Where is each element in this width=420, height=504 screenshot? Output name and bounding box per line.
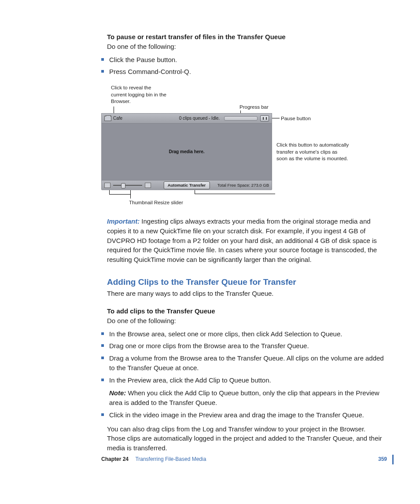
- lead-block: To pause or restart transfer of files in…: [107, 32, 385, 52]
- add-clips-list: In the Browse area, select one or more c…: [101, 329, 385, 420]
- list-item: Click the Pause button.: [101, 55, 385, 65]
- drop-hint-text: Drag media here.: [169, 149, 204, 155]
- pause-options-list: Click the Pause button. Press Command-Co…: [101, 55, 385, 77]
- footer-bar: [392, 455, 394, 464]
- callout-progress-bar: Progress bar: [239, 104, 269, 111]
- callout-reveal-bin: Click to reveal the current logging bin …: [111, 85, 168, 105]
- list-item-text: In the Browse area, select one or more c…: [107, 330, 342, 338]
- heading-pause-restart: To pause or restart transfer of files in…: [107, 33, 286, 40]
- note-label: Note:: [109, 389, 126, 397]
- slider-handle[interactable]: [121, 183, 125, 188]
- section-heading: Adding Clips to the Transfer Queue for T…: [107, 276, 385, 288]
- list-item-text: In the Preview area, click the Add Clip …: [107, 376, 271, 384]
- slider-track[interactable]: [113, 185, 142, 186]
- logging-bin-button[interactable]: Cafe: [102, 115, 122, 122]
- slider-large-icon: [145, 183, 151, 188]
- list-item-text: Click in the video image in the Preview …: [107, 411, 364, 419]
- callout-pause-button: Pause button: [281, 115, 311, 122]
- bin-icon: [104, 116, 111, 121]
- subhead-subtitle: Do one of the following:: [107, 317, 176, 324]
- screenshot-topbar: Cafe 0 clips queued - Idle.: [102, 114, 272, 124]
- chapter-title: Transferring File-Based Media: [135, 456, 206, 462]
- page-footer: Chapter 24 Transferring File-Based Media…: [101, 455, 394, 464]
- note-text: When you click the Add Clip to Queue but…: [109, 389, 379, 406]
- section-intro: There are many ways to add clips to the …: [107, 289, 385, 298]
- drop-target-area[interactable]: Drag media here.: [102, 124, 272, 180]
- subhead-block: To add clips to the Transfer Queue Do on…: [107, 306, 385, 326]
- callout-thumbnail-slider: Thumbnail Resize slider: [129, 199, 183, 206]
- list-item: In the Browse area, select one or more c…: [101, 329, 385, 339]
- callout-auto-transfer: Click this button to automatically trans…: [276, 142, 349, 162]
- list-item-text: Click the Pause button.: [107, 56, 177, 63]
- important-note: Important: Ingesting clips always extrac…: [107, 217, 385, 265]
- bin-name: Cafe: [113, 115, 122, 122]
- list-item-note: Note: When you click the Add Clip to Que…: [109, 388, 385, 408]
- pause-button[interactable]: [260, 115, 269, 121]
- list-item: Click in the video image in the Preview …: [101, 410, 385, 420]
- important-label: Important:: [107, 217, 140, 225]
- subhead-title: To add clips to the Transfer Queue: [107, 307, 215, 315]
- list-item: Drag one or more clips from the Browse a…: [101, 341, 385, 351]
- slider-small-icon: [104, 183, 111, 188]
- thumbnail-resize-slider[interactable]: [104, 183, 151, 188]
- screenshot-bottombar: Automatic Transfer Total Free Space: 273…: [102, 180, 272, 190]
- list-item: Drag a volume from the Browse area to th…: [101, 353, 385, 373]
- important-text: Ingesting clips always extracts your med…: [107, 217, 377, 263]
- list-item: In the Preview area, click the Add Clip …: [101, 375, 385, 408]
- list-item-text: Press Command-Control-Q.: [107, 68, 191, 75]
- progress-bar: [224, 116, 258, 121]
- chapter-label: Chapter 24: [101, 456, 129, 462]
- list-item: Press Command-Control-Q.: [101, 67, 385, 77]
- transfer-queue-figure: Click to reveal the current logging bin …: [101, 83, 370, 206]
- trailing-paragraph: You can also drag clips from the Log and…: [107, 424, 385, 453]
- automatic-transfer-button[interactable]: Automatic Transfer: [164, 181, 210, 189]
- queue-status-text: 0 clips queued - Idle.: [179, 115, 220, 122]
- list-item-text: Drag one or more clips from the Browse a…: [107, 342, 309, 349]
- page-number: 359: [378, 456, 387, 463]
- free-space-text: Total Free Space: 273.0 GB: [217, 182, 269, 188]
- heading-subtitle: Do one of the following:: [107, 43, 176, 50]
- list-item-text: Drag a volume from the Browse area to th…: [107, 354, 384, 372]
- transfer-queue-screenshot: Cafe 0 clips queued - Idle. Drag media h…: [101, 113, 272, 190]
